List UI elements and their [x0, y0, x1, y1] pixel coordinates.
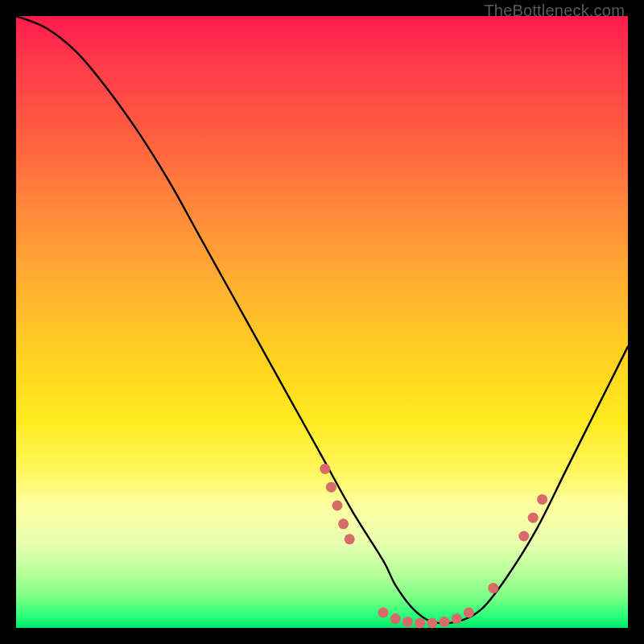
- curve-marker: [332, 501, 343, 511]
- curve-marker: [518, 531, 529, 542]
- curve-marker: [464, 608, 474, 618]
- chart-svg: [16, 16, 628, 628]
- curve-marker: [338, 518, 349, 529]
- curve-marker: [440, 617, 450, 627]
- curve-marker: [452, 613, 462, 624]
- curve-marker: [427, 617, 437, 628]
- curve-marker: [378, 608, 389, 618]
- curve-marker: [326, 482, 336, 493]
- curve-marker: [390, 613, 401, 624]
- curve-marker: [345, 534, 355, 544]
- curve-markers: [320, 464, 547, 629]
- curve-marker: [537, 494, 547, 505]
- curve-marker: [415, 617, 425, 628]
- curve-marker: [488, 583, 498, 593]
- curve-marker: [402, 617, 413, 627]
- curve-marker: [528, 513, 539, 523]
- bottleneck-curve: [16, 16, 628, 623]
- chart-frame: TheBottleneck.com: [0, 0, 644, 644]
- watermark-text: TheBottleneck.com: [484, 2, 625, 20]
- curve-marker: [320, 464, 330, 474]
